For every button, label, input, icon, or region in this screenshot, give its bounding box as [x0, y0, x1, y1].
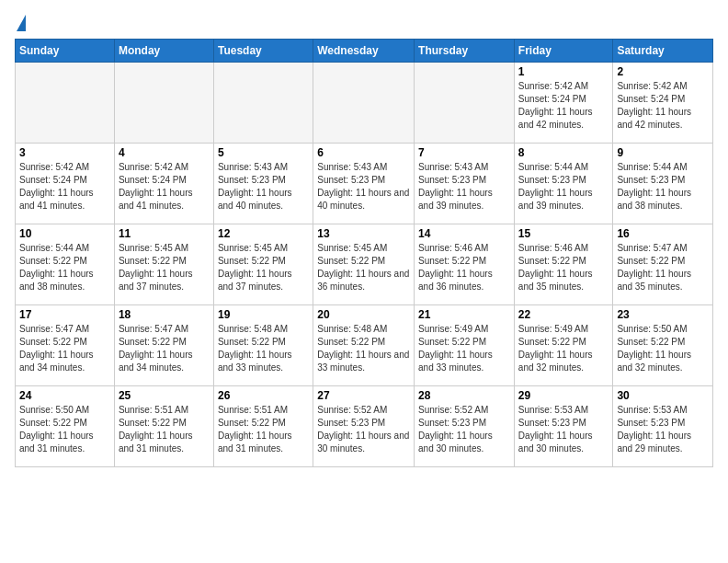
- day-number: 30: [617, 389, 709, 402]
- calendar-cell: 11Sunrise: 5:45 AMSunset: 5:22 PMDayligh…: [114, 224, 213, 305]
- calendar-cell: 18Sunrise: 5:47 AMSunset: 5:22 PMDayligh…: [114, 305, 213, 386]
- day-number: 29: [518, 389, 609, 402]
- day-number: 20: [317, 308, 410, 321]
- day-number: 7: [418, 146, 510, 159]
- day-number: 5: [218, 146, 309, 159]
- day-info: Sunrise: 5:47 AMSunset: 5:22 PMDaylight:…: [119, 323, 210, 374]
- calendar-cell: 20Sunrise: 5:48 AMSunset: 5:22 PMDayligh…: [313, 305, 415, 386]
- day-number: 25: [119, 389, 210, 402]
- day-info: Sunrise: 5:44 AMSunset: 5:23 PMDaylight:…: [617, 161, 709, 213]
- day-info: Sunrise: 5:43 AMSunset: 5:23 PMDaylight:…: [218, 161, 309, 213]
- day-number: 14: [418, 227, 510, 240]
- day-info: Sunrise: 5:42 AMSunset: 5:24 PMDaylight:…: [119, 161, 210, 213]
- day-info: Sunrise: 5:45 AMSunset: 5:22 PMDaylight:…: [119, 242, 210, 293]
- day-number: 4: [119, 146, 210, 159]
- calendar-cell: 21Sunrise: 5:49 AMSunset: 5:22 PMDayligh…: [415, 305, 515, 386]
- day-info: Sunrise: 5:52 AMSunset: 5:23 PMDaylight:…: [418, 404, 510, 455]
- calendar-cell: 22Sunrise: 5:49 AMSunset: 5:22 PMDayligh…: [514, 305, 613, 386]
- day-info: Sunrise: 5:43 AMSunset: 5:23 PMDaylight:…: [418, 161, 510, 213]
- calendar-cell: 26Sunrise: 5:51 AMSunset: 5:22 PMDayligh…: [213, 386, 313, 467]
- calendar-week-row: 24Sunrise: 5:50 AMSunset: 5:22 PMDayligh…: [16, 386, 713, 467]
- day-number: 6: [317, 146, 410, 159]
- day-info: Sunrise: 5:53 AMSunset: 5:23 PMDaylight:…: [617, 404, 709, 455]
- day-info: Sunrise: 5:49 AMSunset: 5:22 PMDaylight:…: [518, 323, 609, 374]
- day-number: 23: [617, 308, 709, 321]
- day-info: Sunrise: 5:44 AMSunset: 5:22 PMDaylight:…: [19, 242, 110, 293]
- day-number: 15: [518, 227, 609, 240]
- day-info: Sunrise: 5:46 AMSunset: 5:22 PMDaylight:…: [418, 242, 510, 293]
- weekday-header-sunday: Sunday: [16, 40, 115, 63]
- calendar-cell: 14Sunrise: 5:46 AMSunset: 5:22 PMDayligh…: [415, 224, 515, 305]
- calendar-cell: 12Sunrise: 5:45 AMSunset: 5:22 PMDayligh…: [213, 224, 313, 305]
- calendar-cell: 3Sunrise: 5:42 AMSunset: 5:24 PMDaylight…: [16, 144, 115, 224]
- day-number: 24: [19, 389, 110, 402]
- calendar-cell: 29Sunrise: 5:53 AMSunset: 5:23 PMDayligh…: [514, 386, 613, 467]
- day-number: 10: [19, 227, 110, 240]
- day-info: Sunrise: 5:50 AMSunset: 5:22 PMDaylight:…: [617, 323, 709, 374]
- day-number: 2: [617, 65, 709, 78]
- day-number: 27: [317, 389, 410, 402]
- calendar-cell: 25Sunrise: 5:51 AMSunset: 5:22 PMDayligh…: [114, 386, 213, 467]
- day-info: Sunrise: 5:48 AMSunset: 5:22 PMDaylight:…: [218, 323, 309, 374]
- logo-triangle-icon: [17, 15, 26, 31]
- calendar-cell: 24Sunrise: 5:50 AMSunset: 5:22 PMDayligh…: [16, 386, 115, 467]
- day-info: Sunrise: 5:48 AMSunset: 5:22 PMDaylight:…: [317, 323, 410, 374]
- calendar-cell: 6Sunrise: 5:43 AMSunset: 5:23 PMDaylight…: [313, 144, 415, 224]
- calendar-cell: 2Sunrise: 5:42 AMSunset: 5:24 PMDaylight…: [613, 63, 713, 144]
- day-number: 11: [119, 227, 210, 240]
- day-number: 21: [418, 308, 510, 321]
- day-number: 12: [218, 227, 309, 240]
- day-info: Sunrise: 5:50 AMSunset: 5:22 PMDaylight:…: [19, 404, 110, 455]
- calendar-cell: 5Sunrise: 5:43 AMSunset: 5:23 PMDaylight…: [213, 144, 313, 224]
- day-info: Sunrise: 5:42 AMSunset: 5:24 PMDaylight:…: [617, 80, 709, 132]
- calendar-cell: [114, 63, 213, 144]
- calendar-cell: 30Sunrise: 5:53 AMSunset: 5:23 PMDayligh…: [613, 386, 713, 467]
- weekday-header-friday: Friday: [514, 40, 613, 63]
- day-info: Sunrise: 5:52 AMSunset: 5:23 PMDaylight:…: [317, 404, 410, 455]
- calendar-cell: 10Sunrise: 5:44 AMSunset: 5:22 PMDayligh…: [16, 224, 115, 305]
- day-info: Sunrise: 5:46 AMSunset: 5:22 PMDaylight:…: [518, 242, 609, 293]
- day-number: 1: [518, 65, 609, 78]
- weekday-header-monday: Monday: [114, 40, 213, 63]
- day-number: 9: [617, 146, 709, 159]
- calendar-cell: 13Sunrise: 5:45 AMSunset: 5:22 PMDayligh…: [313, 224, 415, 305]
- calendar-cell: [16, 63, 115, 144]
- calendar-week-row: 10Sunrise: 5:44 AMSunset: 5:22 PMDayligh…: [16, 224, 713, 305]
- day-info: Sunrise: 5:47 AMSunset: 5:22 PMDaylight:…: [19, 323, 110, 374]
- day-info: Sunrise: 5:42 AMSunset: 5:24 PMDaylight:…: [19, 161, 110, 213]
- day-number: 3: [19, 146, 110, 159]
- day-info: Sunrise: 5:49 AMSunset: 5:22 PMDaylight:…: [418, 323, 510, 374]
- day-info: Sunrise: 5:42 AMSunset: 5:24 PMDaylight:…: [518, 80, 609, 132]
- calendar-week-row: 1Sunrise: 5:42 AMSunset: 5:24 PMDaylight…: [16, 63, 713, 144]
- weekday-header-tuesday: Tuesday: [213, 40, 313, 63]
- calendar-week-row: 3Sunrise: 5:42 AMSunset: 5:24 PMDaylight…: [16, 144, 713, 224]
- calendar-cell: 4Sunrise: 5:42 AMSunset: 5:24 PMDaylight…: [114, 144, 213, 224]
- day-info: Sunrise: 5:47 AMSunset: 5:22 PMDaylight:…: [617, 242, 709, 293]
- day-number: 13: [317, 227, 410, 240]
- calendar-cell: 17Sunrise: 5:47 AMSunset: 5:22 PMDayligh…: [16, 305, 115, 386]
- calendar-cell: 7Sunrise: 5:43 AMSunset: 5:23 PMDaylight…: [415, 144, 515, 224]
- calendar-week-row: 17Sunrise: 5:47 AMSunset: 5:22 PMDayligh…: [16, 305, 713, 386]
- weekday-header-wednesday: Wednesday: [313, 40, 415, 63]
- day-number: 28: [418, 389, 510, 402]
- calendar-cell: 23Sunrise: 5:50 AMSunset: 5:22 PMDayligh…: [613, 305, 713, 386]
- logo: [15, 15, 26, 31]
- calendar-cell: 1Sunrise: 5:42 AMSunset: 5:24 PMDaylight…: [514, 63, 613, 144]
- weekday-header-thursday: Thursday: [415, 40, 515, 63]
- calendar-cell: 27Sunrise: 5:52 AMSunset: 5:23 PMDayligh…: [313, 386, 415, 467]
- day-number: 17: [19, 308, 110, 321]
- day-info: Sunrise: 5:51 AMSunset: 5:22 PMDaylight:…: [218, 404, 309, 455]
- day-number: 16: [617, 227, 709, 240]
- calendar-table: SundayMondayTuesdayWednesdayThursdayFrid…: [15, 39, 713, 467]
- calendar-cell: 8Sunrise: 5:44 AMSunset: 5:23 PMDaylight…: [514, 144, 613, 224]
- calendar-cell: [313, 63, 415, 144]
- day-number: 18: [119, 308, 210, 321]
- calendar-header-row: SundayMondayTuesdayWednesdayThursdayFrid…: [16, 40, 713, 63]
- day-info: Sunrise: 5:45 AMSunset: 5:22 PMDaylight:…: [218, 242, 309, 293]
- page-header: [15, 15, 713, 31]
- day-info: Sunrise: 5:45 AMSunset: 5:22 PMDaylight:…: [317, 242, 410, 293]
- weekday-header-saturday: Saturday: [613, 40, 713, 63]
- day-number: 19: [218, 308, 309, 321]
- day-number: 26: [218, 389, 309, 402]
- calendar-cell: [415, 63, 515, 144]
